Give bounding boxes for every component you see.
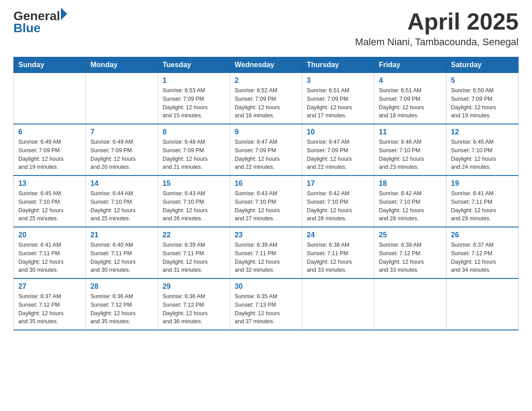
calendar-cell: 15Sunrise: 6:43 AM Sunset: 7:10 PM Dayli… — [158, 176, 230, 227]
calendar-header-row: SundayMondayTuesdayWednesdayThursdayFrid… — [14, 57, 519, 73]
day-number: 3 — [307, 77, 369, 85]
calendar-cell: 27Sunrise: 6:37 AM Sunset: 7:12 PM Dayli… — [14, 278, 86, 330]
calendar-cell: 21Sunrise: 6:40 AM Sunset: 7:11 PM Dayli… — [86, 227, 158, 278]
calendar-cell — [302, 278, 374, 330]
day-number: 14 — [90, 180, 153, 188]
calendar-cell — [374, 278, 446, 330]
calendar-cell: 10Sunrise: 6:47 AM Sunset: 7:09 PM Dayli… — [302, 124, 374, 176]
day-number: 22 — [163, 231, 225, 239]
calendar-cell: 22Sunrise: 6:39 AM Sunset: 7:11 PM Dayli… — [158, 227, 230, 278]
day-info: Sunrise: 6:36 AM Sunset: 7:12 PM Dayligh… — [90, 292, 153, 326]
day-number: 10 — [307, 128, 369, 136]
calendar-cell: 13Sunrise: 6:45 AM Sunset: 7:10 PM Dayli… — [14, 176, 86, 227]
day-info: Sunrise: 6:45 AM Sunset: 7:10 PM Dayligh… — [451, 138, 514, 171]
calendar-cell: 16Sunrise: 6:43 AM Sunset: 7:10 PM Dayli… — [230, 176, 302, 227]
day-number: 19 — [451, 180, 514, 188]
day-number: 21 — [90, 231, 153, 239]
day-info: Sunrise: 6:39 AM Sunset: 7:11 PM Dayligh… — [163, 241, 225, 274]
logo: General Blue — [13, 9, 67, 35]
day-number: 13 — [18, 180, 81, 188]
day-info: Sunrise: 6:43 AM Sunset: 7:10 PM Dayligh… — [235, 189, 297, 223]
calendar-title: April 2025 — [355, 9, 519, 34]
day-info: Sunrise: 6:43 AM Sunset: 7:10 PM Dayligh… — [163, 189, 225, 223]
day-number: 15 — [163, 180, 225, 188]
day-info: Sunrise: 6:37 AM Sunset: 7:12 PM Dayligh… — [18, 292, 81, 326]
calendar-cell: 2Sunrise: 6:52 AM Sunset: 7:09 PM Daylig… — [230, 73, 302, 124]
day-number: 30 — [235, 283, 297, 291]
day-info: Sunrise: 6:47 AM Sunset: 7:09 PM Dayligh… — [307, 138, 369, 171]
day-number: 28 — [90, 283, 153, 291]
day-number: 16 — [235, 180, 297, 188]
calendar-cell: 24Sunrise: 6:38 AM Sunset: 7:11 PM Dayli… — [302, 227, 374, 278]
day-info: Sunrise: 6:52 AM Sunset: 7:09 PM Dayligh… — [235, 86, 297, 120]
calendar-subtitle: Malem Niani, Tambacounda, Senegal — [355, 36, 519, 48]
day-info: Sunrise: 6:35 AM Sunset: 7:13 PM Dayligh… — [235, 292, 297, 326]
calendar-cell: 5Sunrise: 6:50 AM Sunset: 7:09 PM Daylig… — [446, 73, 519, 124]
day-info: Sunrise: 6:36 AM Sunset: 7:12 PM Dayligh… — [163, 292, 225, 326]
day-info: Sunrise: 6:45 AM Sunset: 7:10 PM Dayligh… — [18, 189, 81, 223]
day-number: 24 — [307, 231, 369, 239]
calendar-cell: 18Sunrise: 6:42 AM Sunset: 7:10 PM Dayli… — [374, 176, 446, 227]
day-info: Sunrise: 6:44 AM Sunset: 7:10 PM Dayligh… — [90, 189, 153, 223]
day-number: 11 — [379, 128, 442, 136]
day-info: Sunrise: 6:38 AM Sunset: 7:11 PM Dayligh… — [307, 241, 369, 274]
calendar-cell: 23Sunrise: 6:39 AM Sunset: 7:11 PM Dayli… — [230, 227, 302, 278]
calendar-cell — [14, 73, 86, 124]
calendar-cell: 8Sunrise: 6:48 AM Sunset: 7:09 PM Daylig… — [158, 124, 230, 176]
calendar-cell: 4Sunrise: 6:51 AM Sunset: 7:09 PM Daylig… — [374, 73, 446, 124]
day-info: Sunrise: 6:38 AM Sunset: 7:12 PM Dayligh… — [379, 241, 442, 274]
calendar-cell: 3Sunrise: 6:51 AM Sunset: 7:09 PM Daylig… — [302, 73, 374, 124]
day-info: Sunrise: 6:49 AM Sunset: 7:09 PM Dayligh… — [18, 138, 81, 171]
day-info: Sunrise: 6:48 AM Sunset: 7:09 PM Dayligh… — [163, 138, 225, 171]
calendar-header-thursday: Thursday — [302, 57, 374, 73]
day-info: Sunrise: 6:51 AM Sunset: 7:09 PM Dayligh… — [307, 86, 369, 120]
day-info: Sunrise: 6:46 AM Sunset: 7:10 PM Dayligh… — [379, 138, 442, 171]
day-info: Sunrise: 6:39 AM Sunset: 7:11 PM Dayligh… — [235, 241, 297, 274]
calendar-cell — [446, 278, 519, 330]
calendar-cell: 25Sunrise: 6:38 AM Sunset: 7:12 PM Dayli… — [374, 227, 446, 278]
day-info: Sunrise: 6:37 AM Sunset: 7:12 PM Dayligh… — [451, 241, 514, 274]
calendar-header-friday: Friday — [374, 57, 446, 73]
day-number: 9 — [235, 128, 297, 136]
day-number: 4 — [379, 77, 442, 85]
day-number: 20 — [18, 231, 81, 239]
calendar-cell: 12Sunrise: 6:45 AM Sunset: 7:10 PM Dayli… — [446, 124, 519, 176]
calendar-cell: 28Sunrise: 6:36 AM Sunset: 7:12 PM Dayli… — [86, 278, 158, 330]
day-info: Sunrise: 6:40 AM Sunset: 7:11 PM Dayligh… — [90, 241, 153, 274]
calendar-cell: 20Sunrise: 6:41 AM Sunset: 7:11 PM Dayli… — [14, 227, 86, 278]
calendar-week-row: 1Sunrise: 6:53 AM Sunset: 7:09 PM Daylig… — [14, 73, 519, 124]
logo-triangle-icon — [61, 8, 67, 20]
calendar-cell: 29Sunrise: 6:36 AM Sunset: 7:12 PM Dayli… — [158, 278, 230, 330]
day-number: 8 — [163, 128, 225, 136]
calendar-cell: 6Sunrise: 6:49 AM Sunset: 7:09 PM Daylig… — [14, 124, 86, 176]
calendar-week-row: 6Sunrise: 6:49 AM Sunset: 7:09 PM Daylig… — [14, 124, 519, 176]
day-number: 29 — [163, 283, 225, 291]
calendar-header-saturday: Saturday — [446, 57, 519, 73]
logo-blue-text: Blue — [13, 21, 67, 35]
day-number: 17 — [307, 180, 369, 188]
calendar-week-row: 13Sunrise: 6:45 AM Sunset: 7:10 PM Dayli… — [14, 176, 519, 227]
calendar-cell: 19Sunrise: 6:41 AM Sunset: 7:11 PM Dayli… — [446, 176, 519, 227]
calendar-cell: 9Sunrise: 6:47 AM Sunset: 7:09 PM Daylig… — [230, 124, 302, 176]
day-info: Sunrise: 6:42 AM Sunset: 7:10 PM Dayligh… — [307, 189, 369, 223]
day-number: 23 — [235, 231, 297, 239]
calendar-header-monday: Monday — [86, 57, 158, 73]
calendar-cell: 17Sunrise: 6:42 AM Sunset: 7:10 PM Dayli… — [302, 176, 374, 227]
calendar-week-row: 27Sunrise: 6:37 AM Sunset: 7:12 PM Dayli… — [14, 278, 519, 330]
calendar-cell: 30Sunrise: 6:35 AM Sunset: 7:13 PM Dayli… — [230, 278, 302, 330]
calendar-cell: 26Sunrise: 6:37 AM Sunset: 7:12 PM Dayli… — [446, 227, 519, 278]
day-info: Sunrise: 6:47 AM Sunset: 7:09 PM Dayligh… — [235, 138, 297, 171]
day-info: Sunrise: 6:41 AM Sunset: 7:11 PM Dayligh… — [18, 241, 81, 274]
calendar-header-sunday: Sunday — [14, 57, 86, 73]
day-number: 25 — [379, 231, 442, 239]
calendar-cell: 14Sunrise: 6:44 AM Sunset: 7:10 PM Dayli… — [86, 176, 158, 227]
day-number: 18 — [379, 180, 442, 188]
day-number: 6 — [18, 128, 81, 136]
day-number: 12 — [451, 128, 514, 136]
calendar-table: SundayMondayTuesdayWednesdayThursdayFrid… — [13, 57, 519, 330]
day-info: Sunrise: 6:42 AM Sunset: 7:10 PM Dayligh… — [379, 189, 442, 223]
day-number: 1 — [163, 77, 225, 85]
calendar-header-wednesday: Wednesday — [230, 57, 302, 73]
day-number: 26 — [451, 231, 514, 239]
day-info: Sunrise: 6:41 AM Sunset: 7:11 PM Dayligh… — [451, 189, 514, 223]
